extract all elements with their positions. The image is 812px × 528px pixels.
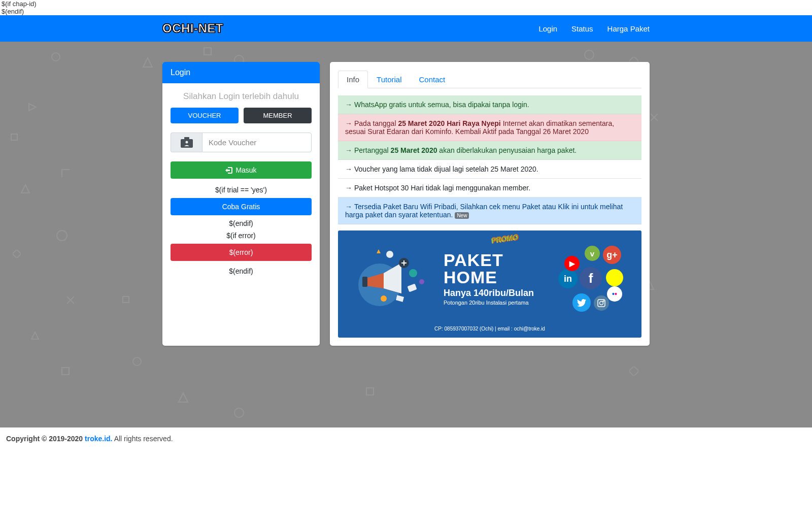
svg-rect-18 <box>184 137 189 139</box>
social-icons: f in g+ v ▶ •• <box>555 243 626 314</box>
vimeo-icon: v <box>585 246 600 261</box>
arrow-icon: → <box>345 184 352 192</box>
brand-logo[interactable]: OCHI-NET <box>162 21 223 36</box>
notice-paket-baru: →Tersedia Paket Baru Wifi Pribadi, Silah… <box>338 197 641 224</box>
svg-rect-5 <box>11 134 17 140</box>
banner-price: Hanya 140ribu/Bulan <box>444 288 546 299</box>
svg-rect-21 <box>362 277 367 287</box>
flickr-icon: •• <box>607 286 622 302</box>
facebook-icon: f <box>580 267 602 289</box>
svg-rect-8 <box>62 368 69 375</box>
voucher-addon-icon <box>171 133 202 152</box>
navbar: OCHI-NET Login Status Harga Paket <box>0 15 812 42</box>
svg-point-28 <box>419 279 424 284</box>
template-directive-2: $(endif) <box>0 8 812 15</box>
tab-tutorial[interactable]: Tutorial <box>368 71 410 88</box>
svg-point-30 <box>600 302 603 305</box>
nav-login[interactable]: Login <box>538 24 557 33</box>
svg-rect-12 <box>366 388 374 395</box>
notice-nyepi: →Pada tanggal 25 Maret 2020 Hari Raya Ny… <box>338 114 641 141</box>
linkedin-icon: in <box>558 269 578 288</box>
info-card: Info Tutorial Contact →WhatsApp gratis u… <box>330 62 650 346</box>
svg-point-31 <box>603 301 604 302</box>
footer: Copyright © 2019-2020 troke.id. All righ… <box>0 427 812 450</box>
svg-point-0 <box>52 53 60 61</box>
svg-point-23 <box>409 269 417 277</box>
notice-harga: →Pertanggal 25 Maret 2020 akan diberlaku… <box>338 141 641 160</box>
masuk-button[interactable]: Masuk <box>171 161 312 179</box>
googleplus-icon: g+ <box>603 246 621 264</box>
svg-rect-1 <box>204 48 211 55</box>
svg-rect-27 <box>396 295 404 302</box>
endif-2: $(endif) <box>171 267 312 275</box>
template-directive-1: $(if chap-id) <box>0 0 812 8</box>
new-badge: New <box>455 212 469 219</box>
svg-point-11 <box>234 408 244 417</box>
arrow-icon: → <box>345 165 352 173</box>
tab-member[interactable]: MEMBER <box>244 108 312 123</box>
svg-point-19 <box>185 141 188 143</box>
svg-point-24 <box>386 251 393 258</box>
trial-if: $(if trial == 'yes') <box>171 186 312 194</box>
svg-point-3 <box>585 50 594 59</box>
megaphone-illustration <box>353 245 434 311</box>
arrow-icon: → <box>345 146 352 154</box>
error-button[interactable]: $(error) <box>171 244 312 261</box>
content-area: Login Silahkan Login terlebih dahulu VOU… <box>0 42 812 427</box>
if-error: $(if error) <box>171 232 312 240</box>
masuk-label: Masuk <box>235 166 256 174</box>
notice-whatsapp: →WhatsApp gratis untuk semua, bisa dipak… <box>338 95 641 114</box>
svg-point-26 <box>381 295 387 302</box>
voucher-input[interactable] <box>202 133 312 152</box>
footer-link[interactable]: troke.id. <box>85 435 112 443</box>
banner-sub: Potongan 20ribu Instalasi pertama <box>444 300 546 306</box>
footer-rights: All rights reserved. <box>113 435 173 443</box>
twitter-icon <box>572 293 591 312</box>
login-header: Login <box>162 62 320 83</box>
svg-rect-16 <box>629 367 638 376</box>
tab-contact[interactable]: Contact <box>411 71 454 88</box>
arrow-icon: → <box>345 203 352 211</box>
svg-point-10 <box>133 357 141 366</box>
nav-harga-paket[interactable]: Harga Paket <box>607 24 650 33</box>
tab-voucher[interactable]: VOUCHER <box>171 108 239 123</box>
footer-copy: Copyright © 2019-2020 <box>6 435 85 443</box>
coba-gratis-button[interactable]: Coba Gratis <box>171 198 312 215</box>
notice-voucher-lama: →Voucher yang lama tidak dijual lagi set… <box>338 160 641 179</box>
svg-rect-25 <box>407 284 417 292</box>
endif-1: $(endif) <box>171 219 312 227</box>
instagram-icon <box>594 295 609 311</box>
nav-status[interactable]: Status <box>571 24 593 33</box>
svg-rect-7 <box>13 250 21 258</box>
banner-title: PAKET HOME <box>444 251 546 286</box>
login-card: Login Silahkan Login terlebih dahulu VOU… <box>162 62 320 346</box>
arrow-icon: → <box>345 101 352 109</box>
login-subtitle: Silahkan Login terlebih dahulu <box>171 91 312 102</box>
svg-rect-9 <box>123 296 129 303</box>
youtube-icon: ▶ <box>564 256 580 271</box>
tab-info[interactable]: Info <box>338 71 368 88</box>
notice-hotspot: →Paket Hotspot 30 Hari tidak lagi menggu… <box>338 179 641 197</box>
promo-banner[interactable]: PROMO <box>338 230 641 338</box>
snapchat-icon <box>606 269 623 286</box>
arrow-icon: → <box>345 119 352 127</box>
svg-point-6 <box>57 230 67 241</box>
banner-contact: CP: 085937007032 (Ochi) | email : ochi@t… <box>353 326 626 332</box>
